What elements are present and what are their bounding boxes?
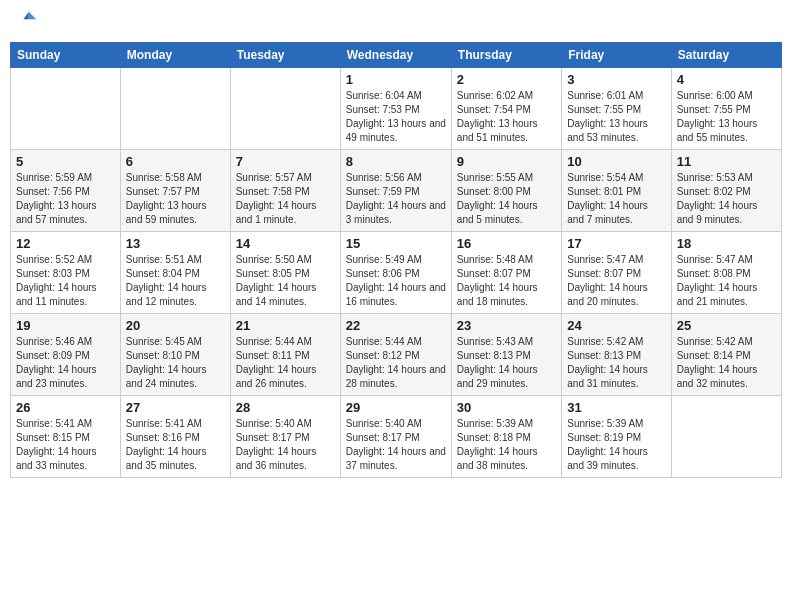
day-info: Sunrise: 5:41 AMSunset: 8:15 PMDaylight:…	[16, 417, 115, 473]
weekday-header: Wednesday	[340, 43, 451, 68]
calendar-week-row: 19Sunrise: 5:46 AMSunset: 8:09 PMDayligh…	[11, 314, 782, 396]
svg-marker-1	[23, 12, 28, 19]
calendar-cell	[11, 68, 121, 150]
sunset-text: Sunset: 7:53 PM	[346, 103, 446, 117]
day-info: Sunrise: 5:59 AMSunset: 7:56 PMDaylight:…	[16, 171, 115, 227]
calendar-table: SundayMondayTuesdayWednesdayThursdayFrid…	[10, 42, 782, 478]
sunset-text: Sunset: 8:02 PM	[677, 185, 776, 199]
calendar-cell: 28Sunrise: 5:40 AMSunset: 8:17 PMDayligh…	[230, 396, 340, 478]
day-number: 26	[16, 400, 115, 415]
day-info: Sunrise: 5:48 AMSunset: 8:07 PMDaylight:…	[457, 253, 556, 309]
sunset-text: Sunset: 8:17 PM	[236, 431, 335, 445]
sunset-text: Sunset: 8:08 PM	[677, 267, 776, 281]
sunrise-text: Sunrise: 5:48 AM	[457, 253, 556, 267]
day-info: Sunrise: 5:49 AMSunset: 8:06 PMDaylight:…	[346, 253, 446, 309]
svg-marker-0	[29, 12, 36, 19]
calendar-cell: 21Sunrise: 5:44 AMSunset: 8:11 PMDayligh…	[230, 314, 340, 396]
daylight-text: Daylight: 13 hours and 55 minutes.	[677, 117, 776, 145]
calendar-cell	[230, 68, 340, 150]
sunset-text: Sunset: 8:15 PM	[16, 431, 115, 445]
weekday-header: Tuesday	[230, 43, 340, 68]
sunrise-text: Sunrise: 5:43 AM	[457, 335, 556, 349]
day-info: Sunrise: 6:04 AMSunset: 7:53 PMDaylight:…	[346, 89, 446, 145]
day-info: Sunrise: 5:44 AMSunset: 8:11 PMDaylight:…	[236, 335, 335, 391]
sunrise-text: Sunrise: 5:52 AM	[16, 253, 115, 267]
day-info: Sunrise: 5:53 AMSunset: 8:02 PMDaylight:…	[677, 171, 776, 227]
sunrise-text: Sunrise: 5:58 AM	[126, 171, 225, 185]
sunset-text: Sunset: 8:18 PM	[457, 431, 556, 445]
sunset-text: Sunset: 8:17 PM	[346, 431, 446, 445]
calendar-cell: 1Sunrise: 6:04 AMSunset: 7:53 PMDaylight…	[340, 68, 451, 150]
sunrise-text: Sunrise: 5:40 AM	[346, 417, 446, 431]
sunrise-text: Sunrise: 5:54 AM	[567, 171, 665, 185]
day-info: Sunrise: 5:52 AMSunset: 8:03 PMDaylight:…	[16, 253, 115, 309]
day-number: 1	[346, 72, 446, 87]
calendar-cell: 9Sunrise: 5:55 AMSunset: 8:00 PMDaylight…	[451, 150, 561, 232]
calendar-cell: 30Sunrise: 5:39 AMSunset: 8:18 PMDayligh…	[451, 396, 561, 478]
day-number: 25	[677, 318, 776, 333]
sunrise-text: Sunrise: 5:39 AM	[457, 417, 556, 431]
daylight-text: Daylight: 14 hours and 29 minutes.	[457, 363, 556, 391]
day-info: Sunrise: 6:01 AMSunset: 7:55 PMDaylight:…	[567, 89, 665, 145]
calendar-week-row: 12Sunrise: 5:52 AMSunset: 8:03 PMDayligh…	[11, 232, 782, 314]
daylight-text: Daylight: 14 hours and 14 minutes.	[236, 281, 335, 309]
daylight-text: Daylight: 14 hours and 1 minute.	[236, 199, 335, 227]
logo	[16, 14, 40, 32]
daylight-text: Daylight: 14 hours and 3 minutes.	[346, 199, 446, 227]
sunset-text: Sunset: 8:06 PM	[346, 267, 446, 281]
daylight-text: Daylight: 13 hours and 53 minutes.	[567, 117, 665, 145]
sunrise-text: Sunrise: 5:55 AM	[457, 171, 556, 185]
weekday-header: Saturday	[671, 43, 781, 68]
day-number: 20	[126, 318, 225, 333]
sunset-text: Sunset: 7:56 PM	[16, 185, 115, 199]
day-number: 22	[346, 318, 446, 333]
calendar-cell: 14Sunrise: 5:50 AMSunset: 8:05 PMDayligh…	[230, 232, 340, 314]
sunset-text: Sunset: 7:55 PM	[677, 103, 776, 117]
day-number: 30	[457, 400, 556, 415]
daylight-text: Daylight: 14 hours and 5 minutes.	[457, 199, 556, 227]
day-number: 8	[346, 154, 446, 169]
calendar-cell: 20Sunrise: 5:45 AMSunset: 8:10 PMDayligh…	[120, 314, 230, 396]
daylight-text: Daylight: 14 hours and 33 minutes.	[16, 445, 115, 473]
day-info: Sunrise: 5:42 AMSunset: 8:13 PMDaylight:…	[567, 335, 665, 391]
calendar-header-row: SundayMondayTuesdayWednesdayThursdayFrid…	[11, 43, 782, 68]
calendar-cell: 24Sunrise: 5:42 AMSunset: 8:13 PMDayligh…	[562, 314, 671, 396]
day-number: 13	[126, 236, 225, 251]
sunset-text: Sunset: 8:14 PM	[677, 349, 776, 363]
sunset-text: Sunset: 8:03 PM	[16, 267, 115, 281]
daylight-text: Daylight: 14 hours and 7 minutes.	[567, 199, 665, 227]
calendar-cell: 19Sunrise: 5:46 AMSunset: 8:09 PMDayligh…	[11, 314, 121, 396]
sunset-text: Sunset: 7:54 PM	[457, 103, 556, 117]
daylight-text: Daylight: 14 hours and 23 minutes.	[16, 363, 115, 391]
sunrise-text: Sunrise: 5:59 AM	[16, 171, 115, 185]
day-info: Sunrise: 5:43 AMSunset: 8:13 PMDaylight:…	[457, 335, 556, 391]
daylight-text: Daylight: 14 hours and 31 minutes.	[567, 363, 665, 391]
day-info: Sunrise: 5:54 AMSunset: 8:01 PMDaylight:…	[567, 171, 665, 227]
calendar-cell: 5Sunrise: 5:59 AMSunset: 7:56 PMDaylight…	[11, 150, 121, 232]
day-info: Sunrise: 5:50 AMSunset: 8:05 PMDaylight:…	[236, 253, 335, 309]
weekday-header: Thursday	[451, 43, 561, 68]
daylight-text: Daylight: 14 hours and 9 minutes.	[677, 199, 776, 227]
page-header	[10, 10, 782, 36]
sunrise-text: Sunrise: 5:44 AM	[236, 335, 335, 349]
daylight-text: Daylight: 13 hours and 59 minutes.	[126, 199, 225, 227]
sunrise-text: Sunrise: 5:46 AM	[16, 335, 115, 349]
day-number: 5	[16, 154, 115, 169]
calendar-cell: 17Sunrise: 5:47 AMSunset: 8:07 PMDayligh…	[562, 232, 671, 314]
sunrise-text: Sunrise: 5:56 AM	[346, 171, 446, 185]
daylight-text: Daylight: 14 hours and 24 minutes.	[126, 363, 225, 391]
calendar-cell: 4Sunrise: 6:00 AMSunset: 7:55 PMDaylight…	[671, 68, 781, 150]
day-number: 6	[126, 154, 225, 169]
calendar-cell: 27Sunrise: 5:41 AMSunset: 8:16 PMDayligh…	[120, 396, 230, 478]
calendar-cell: 31Sunrise: 5:39 AMSunset: 8:19 PMDayligh…	[562, 396, 671, 478]
daylight-text: Daylight: 14 hours and 11 minutes.	[16, 281, 115, 309]
day-info: Sunrise: 5:55 AMSunset: 8:00 PMDaylight:…	[457, 171, 556, 227]
day-number: 28	[236, 400, 335, 415]
day-info: Sunrise: 6:00 AMSunset: 7:55 PMDaylight:…	[677, 89, 776, 145]
sunrise-text: Sunrise: 5:42 AM	[567, 335, 665, 349]
day-info: Sunrise: 5:40 AMSunset: 8:17 PMDaylight:…	[346, 417, 446, 473]
day-info: Sunrise: 5:58 AMSunset: 7:57 PMDaylight:…	[126, 171, 225, 227]
calendar-cell: 18Sunrise: 5:47 AMSunset: 8:08 PMDayligh…	[671, 232, 781, 314]
calendar-cell: 26Sunrise: 5:41 AMSunset: 8:15 PMDayligh…	[11, 396, 121, 478]
sunrise-text: Sunrise: 5:42 AM	[677, 335, 776, 349]
